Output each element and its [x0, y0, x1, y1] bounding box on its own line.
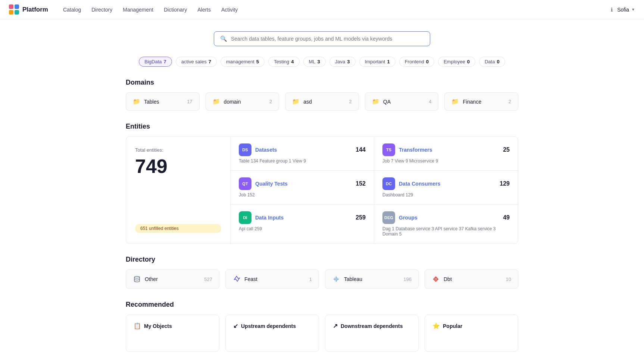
recommended-section: Recommended 📋 My Objects ↙ Upstream depe… [126, 301, 518, 352]
nav-management[interactable]: Management [123, 7, 153, 13]
domains-title: Domains [126, 79, 518, 86]
directory-card[interactable]: Feast 1 [225, 269, 319, 289]
rec-label: Popular [443, 323, 462, 329]
dir-icon [332, 275, 340, 283]
dir-count: 527 [204, 277, 212, 282]
rec-card-header: ↙ Upstream dependents [233, 322, 311, 329]
recommended-title: Recommended [126, 301, 518, 309]
domain-card[interactable]: 📁 domain 2 [206, 92, 279, 111]
rec-icon: ↗ [333, 322, 338, 329]
entity-name[interactable]: Groups [399, 215, 418, 221]
tag-label: Testing [274, 59, 289, 64]
domain-name: QA [383, 99, 391, 105]
search-input[interactable] [231, 36, 424, 42]
dir-name: Feast [244, 276, 257, 282]
entity-item: DS Datasets 144 Table 134 Feature group … [231, 137, 374, 171]
rec-icon: ↙ [233, 322, 238, 329]
domain-count: 2 [509, 99, 511, 104]
svg-rect-6 [335, 278, 335, 279]
entity-count: 49 [503, 214, 510, 221]
rec-icon: ⭐ [432, 322, 440, 329]
entity-meta: Dashboard 129 [382, 192, 510, 198]
entity-count: 144 [356, 146, 366, 153]
domain-card[interactable]: 📁 Finance 2 [444, 92, 518, 111]
domain-card[interactable]: 📁 asd 2 [285, 92, 359, 111]
tag-count: 0 [426, 59, 429, 64]
tag-label: Data [485, 59, 495, 64]
domain-left: 📁 QA [372, 98, 391, 105]
nav-dictionary[interactable]: Dictionary [164, 7, 187, 13]
entity-left: DS Datasets [239, 143, 277, 156]
recommended-card[interactable]: ↙ Upstream dependents [225, 315, 319, 352]
tag-item[interactable]: Important 1 [359, 57, 396, 67]
tag-item[interactable]: Data 0 [479, 57, 505, 67]
entity-meta: Table 134 Feature group 1 View 9 [239, 158, 366, 164]
domain-card[interactable]: 📁 QA 4 [365, 92, 439, 111]
entity-count: 129 [500, 180, 510, 187]
nav-alerts[interactable]: Alerts [197, 7, 211, 13]
tag-item[interactable]: ML 3 [303, 57, 326, 67]
brand-logo [9, 4, 19, 15]
tag-item[interactable]: Frontend 0 [399, 57, 434, 67]
unfilled-badge: 651 unfilled entities [135, 224, 221, 233]
dir-icon [432, 275, 440, 283]
entities-section: Entities Total entities: 749 651 unfille… [126, 123, 518, 244]
recommended-card[interactable]: ↗ Downstream dependents [325, 315, 419, 352]
rec-card-header: 📋 My Objects [134, 322, 212, 329]
entity-count: 259 [356, 214, 366, 221]
entity-left: DI Data Inputs [239, 211, 284, 224]
svg-point-0 [134, 277, 140, 278]
entities-total-num: 749 [135, 155, 221, 177]
directory-card[interactable]: Tableau 196 [325, 269, 419, 289]
dir-name: Tableau [344, 276, 362, 282]
entities-summary: Total entities: 749 651 unfilled entitie… [126, 137, 231, 243]
entities-title: Entities [126, 123, 518, 130]
entity-name[interactable]: Data Inputs [255, 215, 284, 221]
directory-title: Directory [126, 256, 518, 263]
tag-count: 7 [164, 59, 166, 64]
tag-item[interactable]: Java 3 [329, 57, 356, 67]
entity-name[interactable]: Quality Tests [255, 181, 288, 187]
domain-name: domain [224, 99, 241, 105]
user-menu[interactable]: Sofia ▼ [617, 7, 635, 13]
nav-right: ℹ Sofia ▼ [611, 7, 635, 13]
tag-item[interactable]: active sales 7 [176, 57, 217, 67]
info-icon[interactable]: ℹ [611, 7, 613, 13]
entity-header: DI Data Inputs 259 [239, 211, 366, 224]
tag-label: Important [365, 59, 385, 64]
nav-directory[interactable]: Directory [91, 7, 112, 13]
entity-left: TS Transformers [382, 143, 432, 156]
recommended-card[interactable]: ⭐ Popular [425, 315, 518, 352]
dir-left: Tableau [332, 275, 362, 283]
entity-item: TS Transformers 25 Job 7 View 9 Microser… [374, 137, 518, 171]
entity-header: DEG Groups 49 [382, 211, 510, 224]
rec-icon: 📋 [134, 322, 141, 329]
nav-catalog[interactable]: Catalog [63, 7, 81, 13]
recommended-grid: 📋 My Objects ↙ Upstream dependents ↗ Dow… [126, 315, 518, 352]
recommended-card[interactable]: 📋 My Objects [126, 315, 219, 352]
domain-card[interactable]: 📁 Tables 17 [126, 92, 200, 111]
nav-activity[interactable]: Activity [221, 7, 238, 13]
search-box: 🔍 [214, 31, 430, 46]
tag-count: 3 [347, 59, 350, 64]
folder-icon: 📁 [213, 98, 220, 105]
tag-item[interactable]: management 5 [221, 57, 265, 67]
logo-dot-blue [15, 4, 19, 9]
rec-label: Downstream dependents [341, 323, 403, 329]
entity-name[interactable]: Datasets [255, 147, 277, 153]
domain-count: 17 [187, 99, 192, 104]
tag-item[interactable]: Employee 0 [438, 57, 475, 67]
entities-card: Total entities: 749 651 unfilled entitie… [126, 136, 518, 244]
entity-badge: DS [239, 143, 251, 156]
entity-item: QT Quality Tests 152 Job 152 [231, 171, 374, 205]
tag-item[interactable]: BigData 7 [139, 57, 172, 67]
directory-card[interactable]: Other 527 [126, 269, 219, 289]
brand[interactable]: Platform [9, 4, 48, 15]
dir-name: Dbt [444, 276, 452, 282]
tag-item[interactable]: Testing 4 [268, 57, 299, 67]
entity-name[interactable]: Transformers [399, 147, 432, 153]
entity-name[interactable]: Data Consumers [399, 181, 440, 187]
entity-item: DC Data Consumers 129 Dashboard 129 [374, 171, 518, 205]
tag-count: 4 [291, 59, 294, 64]
directory-card[interactable]: Dbt 10 [425, 269, 518, 289]
